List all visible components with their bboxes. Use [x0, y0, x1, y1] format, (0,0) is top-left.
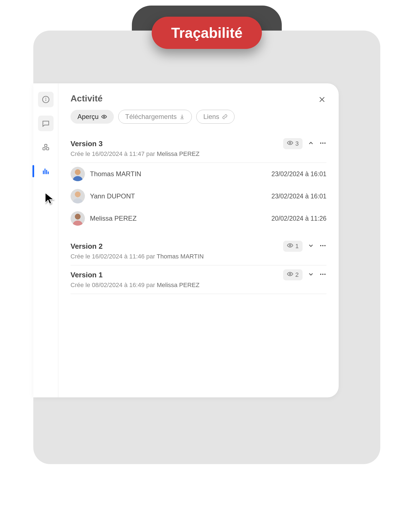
svg-point-28 [320, 274, 321, 275]
more-icon [319, 245, 326, 250]
tab-label: Aperçu [77, 113, 99, 121]
tab-label: Téléchargements [125, 113, 177, 121]
close-button[interactable] [318, 96, 326, 104]
view-count-chip[interactable]: 3 [283, 138, 303, 149]
viewer-row: Thomas MARTIN23/02/2024 à 16:01 [71, 163, 326, 185]
more-icon [319, 143, 326, 148]
panel-title: Activité [71, 93, 326, 104]
view-count-chip[interactable]: 1 [283, 241, 303, 252]
svg-point-27 [289, 273, 291, 275]
filter-tabs: Aperçu Téléchargements Liens [71, 110, 326, 124]
viewer-date: 23/02/2024 à 16:01 [271, 193, 326, 200]
svg-point-29 [322, 274, 323, 275]
close-icon [318, 96, 326, 103]
eye-icon [287, 271, 293, 279]
viewer-row: Melissa PEREZ20/02/2024 à 11:26 [71, 207, 326, 230]
versions-list: Version 33Crée le 16/02/2024 à 11:47 par… [71, 134, 326, 294]
chevron-down-icon [308, 274, 314, 278]
expand-toggle[interactable] [308, 271, 314, 279]
viewer-name: Melissa PEREZ [90, 215, 266, 222]
tab-telechargements[interactable]: Téléchargements [118, 110, 192, 124]
svg-point-15 [322, 143, 323, 144]
svg-rect-5 [44, 145, 47, 147]
sidebar-activity-button[interactable] [38, 163, 54, 179]
sidebar-info-button[interactable] [38, 92, 54, 107]
version-block: Version 12Crée le 08/02/2024 à 16:49 par… [71, 265, 326, 294]
expand-toggle[interactable] [308, 242, 314, 250]
version-title: Version 1 [71, 271, 283, 279]
svg-point-13 [289, 142, 291, 144]
download-icon [179, 114, 185, 119]
svg-rect-6 [43, 171, 44, 174]
svg-point-22 [75, 214, 81, 220]
panel-main: Activité Aperçu Téléchargements Liens [58, 83, 339, 397]
version-title: Version 3 [71, 140, 283, 148]
sidebar-apps-button[interactable] [38, 140, 54, 155]
header-pill-label: Traçabilité [171, 25, 242, 41]
svg-point-12 [104, 116, 105, 118]
tab-apercu[interactable]: Aperçu [71, 110, 114, 124]
avatar [71, 189, 85, 203]
version-block: Version 21Crée le 16/02/2024 à 11:46 par… [71, 237, 326, 265]
more-button[interactable] [319, 140, 326, 148]
svg-rect-8 [46, 170, 47, 174]
viewer-date: 20/02/2024 à 11:26 [271, 215, 326, 222]
view-count-chip[interactable]: 2 [283, 269, 303, 280]
apps-icon [42, 143, 50, 151]
eye-icon [101, 114, 107, 119]
version-author: Thomas MARTIN [157, 253, 204, 260]
chevron-up-icon [308, 143, 314, 147]
svg-point-14 [320, 143, 321, 144]
svg-point-20 [75, 191, 81, 197]
more-button[interactable] [319, 242, 326, 250]
viewer-date: 23/02/2024 à 16:01 [271, 170, 326, 178]
svg-point-26 [324, 245, 325, 246]
more-icon [319, 274, 326, 279]
tab-liens[interactable]: Liens [196, 110, 234, 124]
eye-icon [287, 140, 293, 148]
sidebar-comments-button[interactable] [38, 116, 54, 131]
expand-toggle[interactable] [308, 140, 314, 148]
chevron-down-icon [308, 245, 314, 250]
version-block: Version 33Crée le 16/02/2024 à 11:47 par… [71, 134, 326, 237]
header-pill: Traçabilité [152, 17, 262, 49]
version-created-text: Crée le 08/02/2024 à 16:49 par [71, 282, 157, 288]
viewer-name: Yann DUPONT [90, 192, 266, 200]
svg-rect-3 [43, 148, 45, 150]
link-icon [222, 114, 228, 119]
svg-rect-9 [48, 171, 49, 174]
svg-point-30 [324, 274, 325, 275]
view-count: 1 [295, 243, 299, 250]
cursor-icon [43, 192, 56, 205]
version-subline: Crée le 08/02/2024 à 16:49 par Melissa P… [71, 282, 326, 294]
version-created-text: Crée le 16/02/2024 à 11:46 par [71, 253, 157, 260]
avatar [71, 211, 85, 226]
panel-sidebar [33, 83, 58, 397]
tab-label: Liens [203, 113, 219, 121]
svg-rect-4 [46, 148, 49, 150]
svg-point-18 [75, 169, 81, 175]
svg-rect-7 [44, 169, 46, 174]
version-author: Melissa PEREZ [157, 150, 200, 157]
eye-icon [287, 242, 293, 250]
more-button[interactable] [319, 271, 326, 279]
svg-point-24 [320, 245, 321, 246]
svg-point-23 [289, 245, 291, 246]
version-header: Version 21 [71, 237, 326, 253]
view-count: 3 [295, 140, 299, 147]
version-title: Version 2 [71, 242, 283, 251]
bar-chart-icon [42, 167, 50, 175]
info-icon [42, 96, 50, 103]
avatar [71, 167, 85, 181]
version-header: Version 12 [71, 265, 326, 282]
comment-icon [42, 119, 50, 127]
activity-panel: Activité Aperçu Téléchargements Liens [33, 83, 339, 397]
version-created-text: Crée le 16/02/2024 à 11:47 par [71, 150, 157, 157]
version-header: Version 33 [71, 134, 326, 150]
viewer-name: Thomas MARTIN [90, 170, 266, 178]
version-subline: Crée le 16/02/2024 à 11:47 par Melissa P… [71, 150, 326, 163]
version-subline: Crée le 16/02/2024 à 11:46 par Thomas MA… [71, 253, 326, 265]
viewer-row: Yann DUPONT23/02/2024 à 16:01 [71, 185, 326, 207]
view-count: 2 [295, 271, 299, 278]
svg-point-2 [46, 98, 46, 98]
